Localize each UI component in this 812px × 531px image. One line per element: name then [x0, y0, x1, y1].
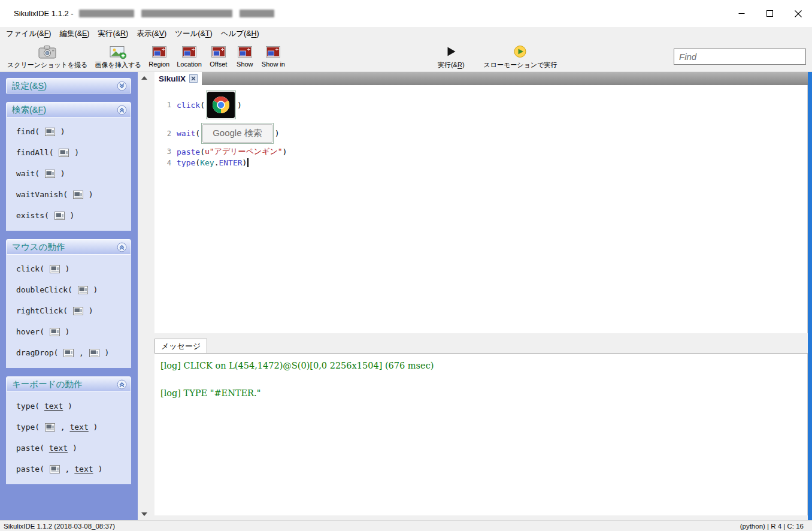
toolbar-button-screenshot[interactable]: スクリーンショットを撮る: [4, 42, 92, 71]
chevron-up-icon: [117, 242, 127, 252]
code-token: ): [275, 129, 280, 138]
chevron-up-icon: [117, 379, 127, 390]
maximize-button[interactable]: [756, 0, 784, 27]
content-column: SikuliX 1click()2wait(Google 検索)3paste(u…: [151, 72, 808, 520]
line-number: 2: [154, 129, 171, 138]
log-line: [log] CLICK on L(454,1472)@S(0)[0,0 2256…: [160, 359, 801, 373]
sidebar-item-text: exists(: [16, 211, 54, 220]
main-area: 設定(&S)検索(&F)find( )findAll( )wait( )wait…: [0, 72, 812, 520]
sidebar-item[interactable]: waitVanish( ): [6, 184, 131, 205]
sidebar-item[interactable]: find( ): [6, 121, 131, 142]
menu-item-edit[interactable]: 編集(&E): [55, 27, 93, 41]
message-tab[interactable]: メッセージ: [154, 339, 207, 353]
minimize-button[interactable]: [728, 0, 756, 27]
sidebar-item[interactable]: findAll( ): [6, 142, 131, 163]
sidebar-item[interactable]: paste( text ): [6, 438, 131, 458]
sidebar-item[interactable]: doubleClick( ): [6, 279, 131, 300]
toolbar-button-show-in[interactable]: Show in: [258, 42, 289, 69]
sidebar-item-text: type(: [16, 423, 44, 432]
code-editor[interactable]: 1click()2wait(Google 検索)3paste(u"アデリーペンギ…: [154, 85, 808, 333]
code-token: ): [243, 158, 247, 167]
line-number: 1: [154, 101, 171, 109]
toolbar-button-label: スクリーンショットを撮る: [7, 61, 88, 70]
title-redaction: [79, 10, 274, 17]
thumbnail-icon: [45, 423, 55, 432]
editor-tab-sikulix[interactable]: SikuliX: [154, 72, 202, 85]
region-icon: [152, 43, 166, 60]
sidebar-item[interactable]: paste( , text ): [6, 458, 131, 479]
close-button[interactable]: [784, 0, 812, 27]
sidebar-group-mouse: マウスの動作click( )doubleClick( )rightClick( …: [6, 239, 131, 368]
code-token: (: [200, 101, 205, 110]
chevron-down-icon: [117, 81, 127, 91]
sidebar-group-title: キーボードの動作: [12, 379, 82, 390]
menu-item-help[interactable]: ヘルプ(&H): [217, 27, 263, 41]
sidebar-item-text: ): [68, 443, 77, 452]
thumbnail-icon: [45, 170, 55, 178]
sidebar-group-title: 設定(&S): [12, 80, 47, 92]
arrow-down-icon: [141, 512, 147, 516]
menu-item-tools[interactable]: ツール(&T): [171, 27, 216, 41]
sidebar-item[interactable]: click( ): [6, 258, 131, 279]
scroll-up-button[interactable]: [138, 72, 151, 84]
window-resize-edge[interactable]: [808, 72, 812, 531]
toolbar-button-location[interactable]: Location: [173, 42, 205, 69]
chrome-pattern-image[interactable]: [206, 90, 236, 119]
sidebar-group-items: find( )findAll( )wait( )waitVanish( )exi…: [6, 117, 131, 231]
menu-item-view[interactable]: 表示(&V): [132, 27, 171, 41]
menu-item-run[interactable]: 実行(&R): [94, 27, 133, 41]
find-input[interactable]: [674, 49, 806, 65]
sidebar-group-title: 検索(&F): [12, 104, 46, 116]
sidebar-item[interactable]: type( , text ): [6, 417, 131, 438]
sidebar-item-text: click(: [16, 264, 49, 273]
sidebar-group-header-settings[interactable]: 設定(&S): [6, 78, 131, 93]
sidebar-group-items: click( )doubleClick( )rightClick( )hover…: [6, 255, 131, 368]
toolbar-button-label: Offset: [210, 61, 227, 68]
sidebar-item[interactable]: type( text ): [6, 396, 131, 417]
sidebar-item-text: ): [63, 402, 72, 411]
sidebar-group-title: マウスの動作: [12, 242, 65, 253]
sidebar-item-text: ): [89, 423, 98, 432]
sidebar-item-text: ): [60, 327, 70, 336]
menu-item-file[interactable]: ファイル(&F): [2, 27, 55, 41]
code-token: .: [214, 158, 219, 167]
pane-splitter[interactable]: [154, 333, 808, 339]
sidebar-item[interactable]: hover( ): [6, 321, 131, 342]
code-line: 1click(): [154, 89, 807, 121]
titlebar[interactable]: SikulixIDE 1.1.2 -: [0, 0, 812, 27]
sidebar-group-header-mouse[interactable]: マウスの動作: [6, 239, 131, 255]
thumbnail-icon: [78, 286, 88, 294]
toolbar-button-run-slow[interactable]: スローモーションで実行: [480, 42, 561, 71]
sidebar-scrollbar[interactable]: [138, 72, 151, 520]
thumbnail-icon: [73, 191, 83, 199]
sidebar-item[interactable]: wait( ): [6, 163, 131, 184]
code-token: ): [283, 147, 287, 156]
sidebar-item[interactable]: exists( ): [6, 205, 131, 226]
sidebar-group-header-keyboard[interactable]: キーボードの動作: [6, 376, 131, 392]
thumbnail-icon: [89, 349, 99, 357]
code-token: wait: [177, 129, 195, 138]
toolbar-button-offset[interactable]: Offset: [205, 42, 232, 69]
sidebar-item-text: rightClick(: [16, 306, 72, 315]
toolbar-button-region[interactable]: Region: [145, 42, 173, 69]
sidebar-item[interactable]: dragDrop( , ): [6, 342, 131, 363]
message-pane: メッセージ [log] CLICK on L(454,1472)@S(0)[0,…: [154, 339, 808, 520]
toolbar-button-insert-image[interactable]: 画像を挿入する: [92, 42, 146, 71]
status-left: SikulixIDE 1.1.2 (2018-03-08_08:37): [4, 523, 115, 530]
sidebar-item-text: doubleClick(: [16, 285, 77, 294]
tab-close-icon[interactable]: [189, 74, 198, 83]
sidebar-item[interactable]: rightClick( ): [6, 300, 131, 321]
code-line: 3paste(u"アデリーペンギン"): [154, 146, 807, 158]
sidebar-group-header-find[interactable]: 検索(&F): [6, 102, 131, 117]
sidebar-item-text: dragDrop(: [16, 348, 63, 357]
code-line: 2wait(Google 検索): [154, 121, 807, 146]
google-search-button-image[interactable]: Google 検索: [201, 123, 274, 144]
toolbar-button-run[interactable]: 実行(&R): [434, 42, 468, 71]
scroll-down-button[interactable]: [138, 508, 151, 520]
toolbar-button-label: Region: [149, 61, 169, 68]
sidebar-item-text: hover(: [16, 327, 49, 336]
toolbar-button-label: 画像を挿入する: [95, 61, 142, 70]
toolbar-button-show[interactable]: Show: [232, 42, 258, 69]
editor-tab-label: SikuliX: [159, 74, 186, 83]
statusbar: SikulixIDE 1.1.2 (2018-03-08_08:37) (pyt…: [0, 520, 812, 531]
